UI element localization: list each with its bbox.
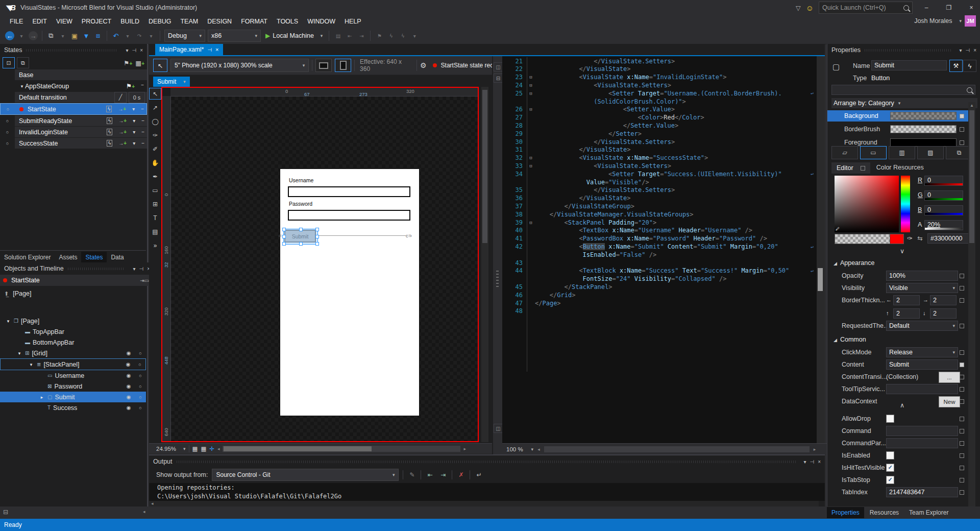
property-search-input[interactable]: [831, 85, 975, 95]
quick-launch-input[interactable]: Quick Launch (Ctrl+Q): [819, 2, 913, 14]
scroll-left-icon[interactable]: ◂: [217, 446, 220, 451]
edit-transitions-icon[interactable]: ϟ: [107, 140, 112, 147]
property-marker[interactable]: [960, 324, 964, 328]
panel-menu-icon[interactable]: ▾: [126, 47, 128, 53]
brush-preview[interactable]: [890, 112, 957, 120]
splitter-grip[interactable]: [496, 271, 499, 288]
portrait-button[interactable]: [335, 59, 351, 72]
remove-state-icon[interactable]: −: [141, 140, 144, 146]
property-marker[interactable]: [960, 441, 964, 446]
code-line-45[interactable]: 45</StackPanel>: [502, 283, 825, 291]
state-row-startstate[interactable]: ○StartStateϟ→+▾−: [0, 103, 147, 115]
redo-dropdown-icon[interactable]: ▾: [146, 31, 156, 41]
panel-menu-icon[interactable]: ▾: [133, 266, 135, 272]
remove-state-icon[interactable]: −: [141, 129, 144, 135]
current-state-row[interactable]: StartState ⇥▭: [0, 275, 152, 286]
outline-box[interactable]: ⊟: [527, 163, 535, 168]
new-project-dropdown-icon[interactable]: ▾: [58, 31, 67, 41]
expander-icon[interactable]: ▸: [39, 395, 45, 400]
code-line-44[interactable]: 44<TextBlock x:Name="Success" Text="Succ…: [502, 267, 825, 275]
run-dropdown-icon[interactable]: ▾: [321, 33, 323, 38]
remove-icon[interactable]: −: [141, 82, 144, 90]
tab-team-explorer[interactable]: Team Explorer: [904, 507, 953, 518]
state-pin-icon[interactable]: ○: [1, 104, 15, 114]
save-all-icon[interactable]: ⧈: [93, 31, 103, 41]
lock-icon[interactable]: ○: [135, 373, 146, 378]
brush-preview[interactable]: [890, 138, 957, 147]
lock-icon[interactable]: ○: [134, 362, 145, 367]
add-transition-icon[interactable]: →+: [118, 129, 127, 135]
property-marker[interactable]: [960, 363, 964, 367]
property-field-requestedthe...[interactable]: Default▾: [886, 321, 958, 331]
property-field-command[interactable]: [886, 426, 958, 436]
lock-icon[interactable]: ○: [135, 405, 146, 411]
state-row-successstate[interactable]: ○SuccessStateϟ→+▾−: [0, 138, 147, 149]
property-marker[interactable]: [960, 387, 964, 392]
pin-icon[interactable]: ⊣: [965, 47, 970, 53]
user-name[interactable]: Josh Morales: [914, 17, 952, 25]
property-marker[interactable]: [960, 140, 964, 145]
alpha-strip[interactable]: [835, 234, 891, 244]
swap-views-icon[interactable]: ◫: [494, 424, 503, 433]
panel-menu-icon[interactable]: ▾: [959, 47, 962, 53]
add-transition-icon[interactable]: →+: [118, 118, 127, 124]
add-transition-button[interactable]: ⚑+: [124, 59, 132, 67]
property-field-tooltipservic...[interactable]: [886, 384, 958, 394]
property-marker[interactable]: [960, 399, 964, 404]
view-splitter[interactable]: ◫ ⊟ ◫: [493, 56, 502, 454]
code-horizontal-scrollbar[interactable]: [544, 446, 810, 452]
state-row-invalidloginstate[interactable]: ○InvalidLoginStateϟ→+▾−: [0, 127, 147, 137]
channel-field-a[interactable]: 20%: [924, 220, 963, 230]
pin-icon[interactable]: ⊣: [207, 47, 212, 53]
clone-state-button[interactable]: ⧉: [17, 57, 29, 68]
property-field-clickmode[interactable]: Release▾: [886, 347, 958, 357]
redo-icon[interactable]: ↷: [135, 31, 144, 41]
lock-icon[interactable]: ○: [135, 351, 146, 356]
expand-chevron-icon[interactable]: ∧: [900, 401, 904, 409]
outline-box[interactable]: ⊟: [527, 107, 535, 112]
open-file-icon[interactable]: ▣: [70, 31, 79, 41]
code-line-24[interactable]: 24⊟<VisualState.Setters>: [502, 81, 825, 89]
code-line-26[interactable]: 26⊟<Setter.Value>: [502, 106, 825, 114]
feedback-filter-icon[interactable]: ▽: [796, 4, 801, 12]
breadcrumb[interactable]: Submit ▾: [153, 77, 190, 87]
code-line-27[interactable]: 27<Color>Red</Color>: [502, 113, 825, 122]
device-preset-dropdown[interactable]: 5" Phone (1920 x 1080) 300% scale ▾: [170, 59, 309, 72]
property-field-visibility[interactable]: Visible▾: [886, 283, 958, 293]
default-transition-row[interactable]: Default transition╱0 s: [0, 92, 147, 103]
add-state-group-button[interactable]: ⊡: [3, 57, 15, 68]
property-field-opacity[interactable]: 100%: [886, 271, 958, 281]
phone-canvas[interactable]: Username Password Submit ⊂ c⊃: [280, 168, 420, 416]
scroll-up-icon[interactable]: ▲: [970, 103, 974, 108]
tree-row-success[interactable]: TSuccess◉○: [0, 402, 146, 413]
code-line-33[interactable]: 33⊟<VisualState.Setters>: [502, 162, 825, 170]
menu-debug[interactable]: DEBUG: [144, 16, 176, 27]
close-button[interactable]: ×: [963, 1, 980, 14]
expander-icon[interactable]: ▾: [5, 319, 11, 324]
gradient-brush-button[interactable]: ▥: [889, 146, 915, 159]
outline-box[interactable]: ⊟: [527, 155, 535, 160]
scroll-right-icon[interactable]: ▸: [463, 446, 466, 451]
code-line-23[interactable]: 23⊟<VisualState x:Name="InvalidLoginStat…: [502, 73, 825, 81]
rectangle-tool[interactable]: ▭: [149, 184, 161, 196]
outline-box[interactable]: ⊟: [527, 91, 535, 96]
layout-tool[interactable]: ▤: [149, 226, 161, 237]
state-pin-icon[interactable]: ○: [0, 138, 15, 149]
property-button-new[interactable]: New: [939, 396, 960, 407]
checkbox-isenabled[interactable]: [886, 451, 894, 460]
visibility-eye-icon[interactable]: ◉: [122, 394, 135, 400]
code-vertical-scrollbar[interactable]: [817, 56, 825, 443]
property-marker[interactable]: [960, 478, 964, 482]
property-marker[interactable]: [960, 298, 964, 303]
zoom-dropdown-icon[interactable]: ▾: [183, 446, 186, 451]
code-line-30[interactable]: 30</VisualState.Setters>: [502, 138, 825, 146]
document-tab[interactable]: MainPage.xaml* ⊣ ×: [155, 44, 223, 55]
run-button[interactable]: ▶ Local Machine ▾: [263, 32, 325, 39]
property-marker[interactable]: [960, 429, 964, 433]
selection-tool[interactable]: ↖: [149, 88, 161, 100]
property-marker[interactable]: [960, 274, 964, 278]
close-icon[interactable]: ×: [818, 459, 821, 465]
properties-mode-button[interactable]: ⚒: [949, 60, 963, 72]
property-marker[interactable]: [960, 490, 964, 495]
right-anchor-icon[interactable]: c⊃: [406, 233, 412, 238]
